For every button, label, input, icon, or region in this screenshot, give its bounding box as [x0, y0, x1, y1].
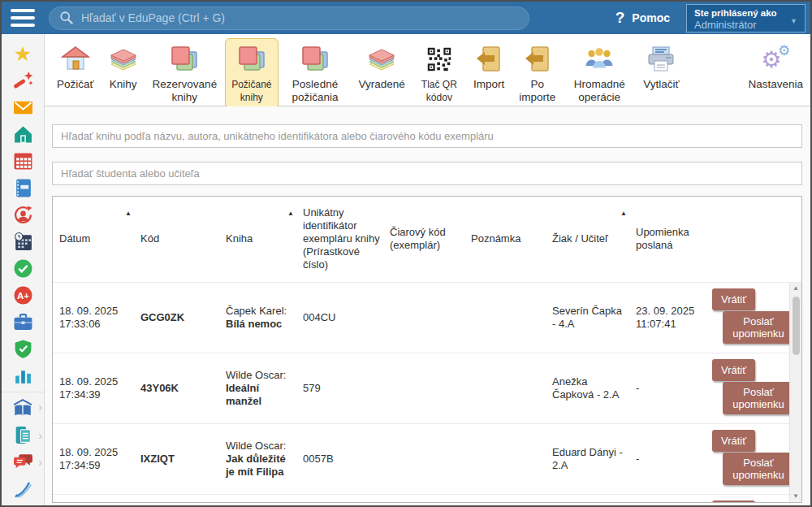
sidebar-item[interactable]: ›	[2, 336, 44, 362]
cell-poznamka	[464, 282, 546, 353]
top-bar: ? Pomoc Ste prihlásený ako Administrátor…	[2, 2, 810, 34]
column-header-poznamka[interactable]: Poznámka	[464, 197, 546, 282]
return-button[interactable]: Vrátiť	[712, 359, 755, 381]
column-header-upomienka[interactable]: Upomienka poslaná	[629, 197, 710, 282]
student-search-input[interactable]	[52, 162, 802, 185]
group-people-icon	[585, 43, 614, 76]
column-header-kod[interactable]: Kód	[134, 197, 219, 282]
table-scrollbar[interactable]: ▲ ▼	[789, 283, 801, 502]
search-icon	[59, 11, 74, 25]
chevron-right-icon: ›	[38, 401, 42, 414]
toolbar-item[interactable]: Posledné požičania	[280, 38, 351, 109]
send-reminder-button[interactable]: Poslať upomienku	[723, 311, 794, 344]
toolbar-item[interactable]: Tlač QR kódov	[413, 38, 465, 109]
sidebar-item[interactable]: ›	[2, 202, 44, 228]
scrollbar-thumb[interactable]	[793, 297, 800, 355]
sidebar-item[interactable]: ›	[2, 148, 44, 175]
sidebar-item[interactable]: A+ ›	[2, 282, 44, 309]
briefcase-icon	[13, 312, 33, 332]
toolbar-item[interactable]: Po importe	[512, 38, 562, 109]
toolbar-item[interactable]: Požičať	[50, 38, 101, 96]
toolbar-item[interactable]: Import	[467, 38, 511, 96]
send-reminder-button[interactable]: Poslať upomienku	[723, 453, 794, 485]
send-reminder-button[interactable]: Poslať upomienku	[723, 382, 794, 414]
return-button[interactable]: Vrátiť	[712, 430, 755, 452]
column-header-kniha[interactable]: Kniha▲	[219, 197, 296, 282]
sidebar-item[interactable]: ›	[2, 475, 44, 502]
calendar-clock-icon	[13, 232, 33, 252]
cell-actions: Vrátiť Poslať upomienku	[710, 282, 801, 353]
cell-actions: Vrátiť Poslať upomienku	[710, 423, 801, 494]
return-button[interactable]: Vrátiť	[712, 288, 755, 310]
toolbar-item[interactable]: Vyradené	[352, 38, 412, 96]
toolbar-item[interactable]: Požičané knihy	[225, 38, 278, 109]
sidebar-item[interactable]: ›	[2, 175, 44, 202]
sidebar-item[interactable]: ›	[2, 309, 44, 336]
column-header-actions	[710, 197, 801, 282]
column-header-datum[interactable]: Dátum▲	[53, 197, 134, 282]
sidebar-item[interactable]: ›	[2, 392, 44, 422]
toolbar-item-label: Hromadné operácie	[570, 78, 628, 104]
sidebar-item[interactable]: ›	[2, 422, 44, 448]
toolbar-item-label: Tlač QR kódov	[420, 78, 459, 104]
toolbar-item[interactable]: Rezervované knihy	[146, 38, 224, 109]
sidebar-item[interactable]: ›	[2, 67, 44, 94]
sidebar-item[interactable]: ›	[2, 448, 44, 475]
sidebar-item[interactable]: ›	[2, 228, 44, 255]
book-stack-icon	[109, 43, 138, 76]
content-area: Dátum▲ Kód Kniha▲ Unikátny identifikátor…	[45, 106, 810, 505]
global-search[interactable]	[49, 6, 529, 30]
substitution-icon	[13, 205, 33, 225]
chevron-right-icon: ›	[38, 456, 42, 469]
cell-poznamka	[464, 353, 546, 423]
column-header-ziak-ucitel[interactable]: Žiak / Učiteľ▲	[546, 197, 629, 282]
home-icon	[13, 124, 33, 145]
documents-icon	[13, 425, 33, 445]
sidebar-item[interactable]: ›	[2, 362, 44, 389]
toolbar-item-label: Nastavenia	[748, 78, 803, 91]
cell-upomienka: 23. 09. 202511:07:41	[629, 282, 710, 353]
toolbar-item[interactable]: Vytlačiť	[637, 38, 685, 96]
qr-code-icon	[426, 43, 452, 76]
table-row: 18. 09. 202517:33:06 GCG0ZK Čapek Karel:…	[53, 282, 801, 353]
toolbar-item-label: Posledné požičania	[287, 78, 344, 104]
sidebar-item[interactable]: ›	[2, 255, 44, 282]
printer-icon	[646, 43, 676, 76]
svg-text:A+: A+	[17, 291, 29, 301]
toolbar-item-label: Požičané knihy	[231, 78, 271, 104]
notebook-icon	[13, 178, 33, 198]
return-button[interactable]: Vrátiť	[712, 500, 755, 504]
sidebar-item[interactable]: ›	[2, 94, 44, 121]
column-header-ciarovy-kod[interactable]: Čiarový kód (exemplár)	[383, 197, 464, 282]
cell-poznamka	[464, 423, 546, 494]
toolbar-item-label: Import	[473, 78, 504, 91]
scroll-up-icon[interactable]: ▲	[793, 283, 799, 294]
toolbar-item-label: Po importe	[519, 78, 555, 104]
hamburger-menu-icon[interactable]	[11, 9, 35, 27]
sidebar-item[interactable]: ★ ›	[2, 41, 44, 67]
cell-ciarovy-kod	[383, 423, 464, 494]
star-icon: ★	[14, 44, 32, 64]
table-row-partial: Vrátiť	[53, 494, 801, 503]
toolbar-item[interactable]: ⚙⚙ Nastavenia	[741, 38, 810, 96]
toolbar-item-label: Knihy	[110, 78, 137, 91]
cell-upomienka: -	[629, 353, 710, 423]
cell-ciarovy-kod	[383, 282, 464, 353]
attendance-check-icon	[13, 258, 33, 279]
book-search-input[interactable]	[52, 124, 802, 148]
pen-icon	[12, 479, 33, 500]
cell-datum: 18. 09. 202517:34:39	[53, 353, 134, 423]
logged-in-as-label: Ste prihlásený ako	[694, 7, 797, 19]
sidebar-item[interactable]: ›	[2, 121, 44, 148]
user-menu[interactable]: Ste prihlásený ako Administrátor ▼	[686, 4, 806, 32]
global-search-input[interactable]	[81, 11, 519, 24]
help-label: Pomoc	[632, 11, 670, 24]
library-toolbar: Požičať Knihy Rezervované knihy	[45, 34, 810, 106]
toolbar-item[interactable]: Knihy	[102, 38, 145, 96]
toolbar-item[interactable]: Hromadné operácie	[564, 38, 635, 109]
help-button[interactable]: ? Pomoc	[615, 9, 670, 27]
scroll-down-icon[interactable]: ▼	[793, 491, 799, 502]
grades-icon: A+	[13, 285, 33, 306]
sort-asc-icon: ▲	[620, 207, 627, 220]
column-header-identifikator[interactable]: Unikátny identifikátor exempláru knihy (…	[296, 197, 383, 282]
